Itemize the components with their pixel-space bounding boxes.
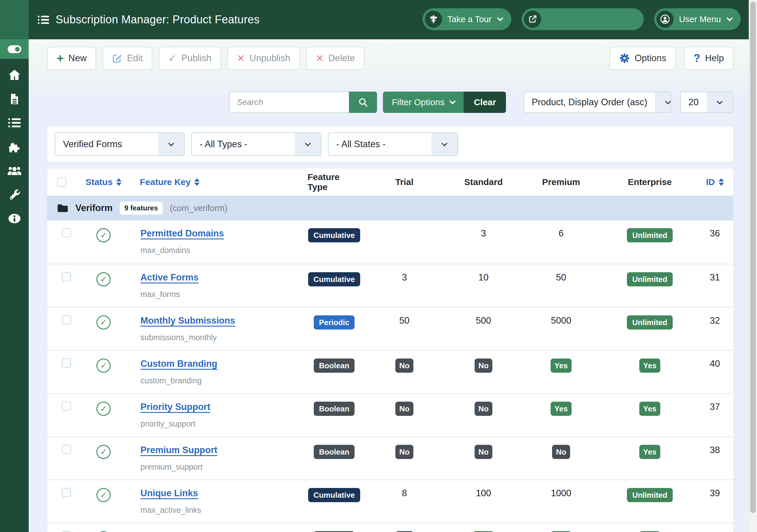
feature-key: max_forms: [140, 290, 180, 299]
vertical-scrollbar[interactable]: [749, 0, 757, 532]
published-status-icon[interactable]: ✓: [96, 315, 110, 330]
help-button[interactable]: ? Help: [684, 47, 733, 70]
sidebar-item-list[interactable]: [0, 111, 29, 135]
row-checkbox[interactable]: [62, 315, 71, 325]
feature-type-badge: Boolean: [314, 359, 355, 373]
publish-button[interactable]: ✓ Publish: [159, 47, 221, 70]
standard-value: 3: [481, 228, 486, 239]
preview-site-button[interactable]: [522, 8, 644, 30]
premium-value: 6: [559, 228, 563, 239]
sort-select[interactable]: Product, Display Order (asc): [523, 92, 671, 113]
enterprise-badge: Yes: [639, 359, 660, 373]
main-content: + New Edit ✓ Publish ✕ Unpublish ✕ Delet…: [29, 39, 749, 532]
state-filter-value: - All States -: [328, 139, 432, 150]
sort-icon: [116, 178, 122, 186]
state-filter-select[interactable]: - All States -: [328, 133, 458, 156]
group-feature-count-badge: 9 features: [120, 202, 163, 215]
user-menu-button[interactable]: User Menu: [654, 8, 741, 30]
chevron-down-icon: [432, 133, 457, 156]
search-button[interactable]: [349, 92, 377, 113]
feature-link[interactable]: Premium Support: [140, 445, 217, 456]
edit-button[interactable]: Edit: [103, 47, 152, 70]
group-row-veriform: Veriform 9 features (com_veriform): [47, 196, 733, 221]
take-a-tour-button[interactable]: Take a Tour: [423, 8, 511, 30]
row-checkbox[interactable]: [62, 272, 71, 281]
scrollbar-thumb[interactable]: [750, 2, 756, 513]
column-header-premium: Premium: [519, 177, 603, 187]
new-button[interactable]: + New: [47, 47, 96, 70]
check-icon: ✓: [168, 52, 177, 64]
standard-value: 500: [476, 315, 491, 326]
enterprise-badge: Unlimited: [627, 272, 672, 286]
published-status-icon[interactable]: ✓: [96, 402, 110, 416]
enterprise-badge: Yes: [639, 445, 660, 459]
options-label: Options: [635, 53, 666, 64]
feature-link[interactable]: Custom Branding: [140, 359, 217, 369]
premium-badge: Yes: [551, 402, 572, 416]
sidebar-item-extensions[interactable]: [0, 135, 29, 159]
sidebar-item-home[interactable]: [0, 63, 29, 87]
list-icon: [8, 118, 21, 128]
column-header-status[interactable]: Status: [76, 177, 132, 187]
search-row: Filter Options Clear Product, Display Or…: [29, 92, 749, 113]
published-status-icon[interactable]: ✓: [96, 228, 110, 242]
product-filter-value: Verified Forms: [55, 139, 158, 150]
unpublish-button[interactable]: ✕ Unpublish: [227, 47, 300, 70]
type-filter-select[interactable]: - All Types -: [191, 133, 321, 156]
edit-label: Edit: [127, 53, 142, 64]
row-checkbox[interactable]: [62, 359, 71, 368]
published-status-icon[interactable]: ✓: [96, 359, 110, 373]
filter-options-button[interactable]: Filter Options: [383, 92, 464, 113]
row-checkbox[interactable]: [62, 228, 71, 237]
sidebar-item-tools[interactable]: [0, 183, 29, 207]
premium-value: 1000: [551, 488, 571, 499]
trial-badge: No: [395, 359, 413, 373]
options-button[interactable]: Options: [610, 47, 676, 70]
trial-value: 50: [399, 315, 409, 326]
published-status-icon[interactable]: ✓: [96, 272, 110, 286]
column-header-standard: Standard: [448, 177, 519, 187]
row-checkbox[interactable]: [62, 445, 71, 454]
list-title-icon: [38, 15, 49, 24]
sidebar-item-info[interactable]: [0, 207, 29, 230]
external-link-icon: [524, 11, 541, 28]
page-size-select[interactable]: 20: [680, 92, 733, 113]
delete-button[interactable]: ✕ Delete: [306, 47, 364, 70]
chevron-down-icon: [158, 133, 184, 156]
feature-link[interactable]: Permitted Domains: [140, 228, 224, 239]
x-icon: ✕: [237, 53, 245, 64]
select-all-checkbox[interactable]: [57, 178, 66, 187]
clear-button[interactable]: Clear: [464, 92, 506, 113]
help-label: Help: [705, 53, 724, 64]
sidebar-item-document[interactable]: [0, 87, 29, 111]
row-checkbox[interactable]: [62, 488, 71, 497]
column-header-id[interactable]: ID: [696, 177, 733, 187]
feature-link[interactable]: Monthly Submissions: [140, 315, 235, 326]
row-checkbox[interactable]: [62, 402, 71, 411]
feature-link[interactable]: Unique Links: [140, 488, 198, 499]
type-filter-value: - All Types -: [192, 139, 295, 150]
published-status-icon[interactable]: ✓: [96, 488, 110, 502]
search-input[interactable]: [229, 92, 349, 113]
feature-link[interactable]: Priority Support: [140, 402, 210, 412]
column-header-feature-key[interactable]: Feature Key: [132, 177, 308, 187]
toggle-icon: [8, 45, 21, 53]
document-icon: [9, 93, 20, 104]
standard-value: 10: [478, 272, 489, 283]
sidebar-header-block: [0, 0, 29, 39]
table-row: ✓ Unique Links max_active_links Cumulati…: [47, 479, 733, 522]
publish-label: Publish: [181, 53, 211, 64]
feature-link[interactable]: Active Forms: [140, 272, 198, 283]
user-icon: [656, 11, 674, 28]
product-filter-select[interactable]: Verified Forms: [55, 133, 185, 156]
published-status-icon[interactable]: ✓: [96, 445, 110, 459]
sidebar-item-users[interactable]: [0, 159, 29, 183]
table-row: ✓ Active Forms max_forms Cumulative 3 10…: [47, 264, 733, 307]
puzzle-icon: [8, 141, 21, 153]
home-icon: [8, 69, 21, 81]
enterprise-badge: Unlimited: [627, 228, 672, 242]
group-component: (com_veriform): [170, 203, 227, 213]
chevron-down-icon: [497, 15, 503, 21]
users-icon: [8, 165, 21, 176]
sidebar-toggle-item[interactable]: [0, 39, 29, 59]
